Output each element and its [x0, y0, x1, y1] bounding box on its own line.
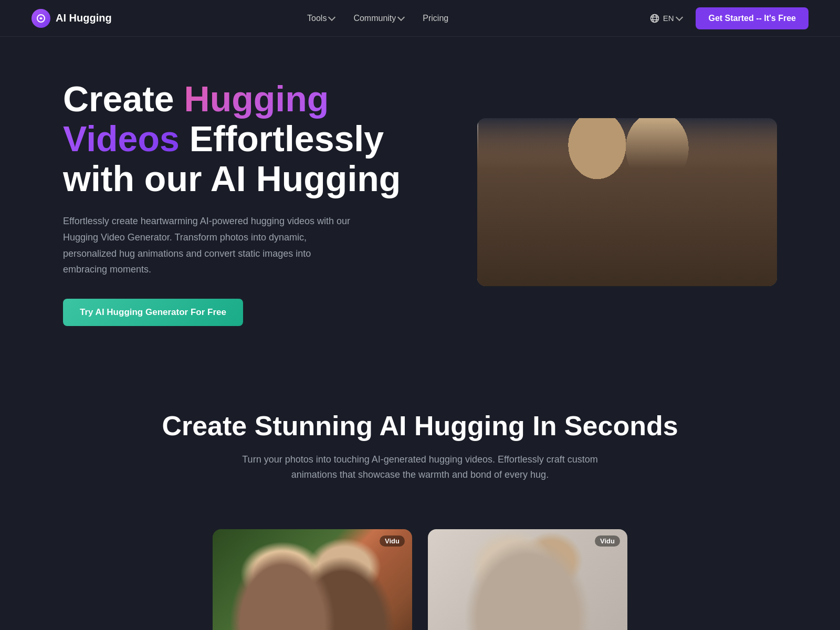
svg-point-2 — [653, 14, 657, 22]
language-label: EN — [663, 14, 674, 23]
nav-link-community-label: Community — [353, 14, 396, 23]
stunning-section: Create Stunning AI Hugging In Seconds Tu… — [0, 368, 840, 530]
hero-photo-split — [477, 118, 777, 286]
logo-text: AI Hugging — [56, 12, 112, 24]
gallery: Vidu Vidu — [0, 529, 840, 630]
stunning-section-title: Create Stunning AI Hugging In Seconds — [63, 410, 777, 442]
nav-link-pricing[interactable]: Pricing — [415, 9, 456, 27]
hero-title-create: Create — [63, 79, 184, 119]
hero-description: Effortlessly create heartwarming AI-powe… — [63, 213, 357, 277]
hero-title-line3: with our AI Hugging — [63, 159, 401, 198]
hero-image-area — [477, 118, 777, 286]
hero-cta-button[interactable]: Try AI Hugging Generator For Free — [63, 299, 243, 326]
svg-point-1 — [650, 14, 658, 22]
hero-title: Create Hugging Videos Effortlessly with … — [63, 79, 456, 198]
community-chevron-icon — [397, 14, 405, 21]
navbar: AI Hugging Tools Community Pricing EN Ge… — [0, 0, 840, 37]
nav-right: EN Get Started -- It's Free — [644, 7, 808, 29]
globe-icon — [649, 13, 660, 24]
hero-title-hugging: Hugging — [184, 79, 329, 119]
lang-chevron-icon — [676, 14, 683, 21]
language-selector[interactable]: EN — [644, 10, 688, 27]
logo-icon — [32, 9, 50, 28]
hero-photo-right — [477, 118, 777, 286]
hero-content: Create Hugging Videos Effortlessly with … — [63, 79, 456, 326]
gallery-card-couple: Vidu — [213, 529, 412, 630]
nav-link-tools-label: Tools — [307, 14, 327, 23]
nav-link-community[interactable]: Community — [346, 9, 411, 27]
hero-image-container — [477, 118, 777, 286]
hero-title-videos: Videos — [63, 119, 180, 159]
stunning-section-subtitle: Turn your photos into touching AI-genera… — [220, 452, 620, 482]
nav-cta-button[interactable]: Get Started -- It's Free — [696, 7, 808, 29]
hero-section: Create Hugging Videos Effortlessly with … — [0, 37, 840, 368]
nav-link-pricing-label: Pricing — [423, 14, 448, 23]
tools-chevron-icon — [328, 14, 335, 21]
nav-logo[interactable]: AI Hugging — [32, 9, 112, 28]
hero-title-effortlessly: Effortlessly — [180, 119, 384, 159]
gallery-card-couple-label: Vidu — [380, 536, 405, 547]
gallery-card-elderly: Vidu — [428, 529, 627, 630]
gallery-card-elderly-label: Vidu — [595, 536, 620, 547]
nav-link-tools[interactable]: Tools — [300, 9, 342, 27]
nav-links: Tools Community Pricing — [300, 9, 456, 27]
